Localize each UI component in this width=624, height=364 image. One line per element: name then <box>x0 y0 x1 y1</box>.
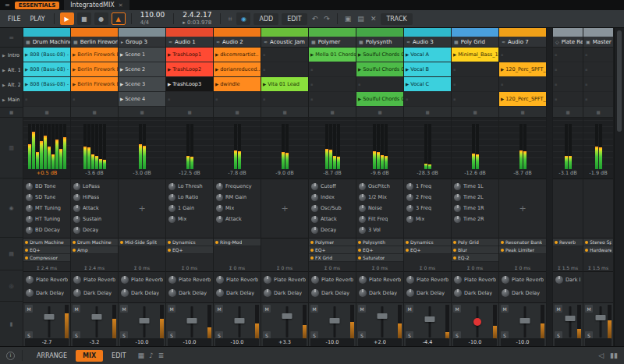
clip-play-icon[interactable]: ▶ <box>310 52 314 57</box>
clip-stop-button[interactable]: ■ <box>214 107 261 118</box>
device-blur[interactable]: Blur <box>452 246 498 254</box>
device-enable-toggle[interactable] <box>358 249 361 252</box>
empty-clip-slot[interactable]: ▪ <box>452 62 498 76</box>
track-color-bar[interactable] <box>309 28 356 37</box>
device-stereo-split[interactable]: Stereo Split <box>583 239 613 246</box>
device-enable-toggle[interactable] <box>310 241 314 244</box>
volume-readout[interactable] <box>555 338 581 346</box>
send-plate-reverb[interactable]: Plate Reverb <box>121 274 163 285</box>
track-color-bar[interactable] <box>23 28 70 37</box>
device-eq[interactable]: EQ+ <box>166 246 213 254</box>
device-enable-toggle[interactable] <box>453 249 456 252</box>
clip-stop-button[interactable]: ■ <box>166 107 213 118</box>
send-knob[interactable] <box>311 276 319 284</box>
fader-handle[interactable] <box>92 314 102 320</box>
volume-fader[interactable] <box>463 305 491 339</box>
send-dark-delay[interactable]: Dark Delay <box>406 288 448 299</box>
empty-clip-slot[interactable]: ▪ <box>452 92 498 106</box>
scene-play-icon[interactable]: ▶ <box>2 68 5 72</box>
device-drum-machine[interactable]: Drum Machine <box>71 239 118 246</box>
mute-button[interactable]: M <box>120 305 128 313</box>
clip-stop-button[interactable]: ■ <box>119 107 165 118</box>
scene-play-icon[interactable]: ▶ <box>2 83 5 87</box>
send-knob[interactable] <box>359 276 367 284</box>
knob-icon[interactable] <box>406 183 413 190</box>
knob-icon[interactable] <box>311 183 318 190</box>
device-enable-toggle[interactable] <box>25 241 28 244</box>
clip-soulful-chords-01-b[interactable]: ▶Soulful Chords 01 B <box>356 62 403 76</box>
knob-row-mix[interactable]: Mix <box>406 214 448 224</box>
clip-808-bass-08-h[interactable]: ▶808 (Bass-08) - H.. <box>23 48 70 62</box>
scene-play-icon[interactable]: ▶ <box>2 53 5 58</box>
clip-play-icon[interactable]: ▶ <box>120 52 123 57</box>
fader-handle[interactable] <box>235 318 245 323</box>
tab-mix[interactable]: MIX <box>76 350 103 362</box>
device-enable-toggle[interactable] <box>585 249 588 252</box>
mute-button[interactable]: M <box>358 305 366 313</box>
knob-row-osc-sub[interactable]: Osc/Sub <box>311 203 353 213</box>
volume-fader[interactable] <box>35 305 63 339</box>
knob-row-1-freq[interactable]: 1 Freq <box>406 182 448 191</box>
device-enable-toggle[interactable] <box>406 249 409 252</box>
clip-dwindle[interactable]: ▶dwindle <box>214 77 261 91</box>
device-dynamics[interactable]: Dynamics <box>404 239 451 246</box>
clip-play-icon[interactable]: ▶ <box>358 52 361 57</box>
track-name[interactable]: ▦Drum Machine <box>23 37 70 48</box>
fader-handle[interactable] <box>566 316 576 321</box>
cpu-meter-icon[interactable]: ▮▮ <box>610 352 618 359</box>
send-plate-reverb[interactable]: Plate Reverb <box>406 274 448 285</box>
clip-scene-2[interactable]: ▶Scene 2 <box>119 62 165 76</box>
track-color-bar[interactable] <box>499 28 546 37</box>
knob-icon[interactable] <box>26 216 33 223</box>
knob-row-attack[interactable]: Attack <box>73 203 115 213</box>
track-name[interactable]: ≈Audio 7 <box>499 37 546 48</box>
stop-all-clips-button[interactable]: ■ <box>0 108 23 118</box>
volume-fader[interactable] <box>178 305 206 339</box>
knob-row-ht-tuning[interactable]: HT Tuning <box>26 214 68 224</box>
knob-row-attack[interactable]: Attack <box>216 214 258 224</box>
device-enable-toggle[interactable] <box>358 256 361 260</box>
knob-row-oscpitch[interactable]: OscPitch <box>359 182 401 191</box>
send-plate-reverb[interactable]: Plate Reverb <box>502 274 544 285</box>
paste-icon[interactable]: ▤ <box>356 15 366 23</box>
empty-clip-slot[interactable]: ▪ <box>583 48 613 62</box>
clip-berlin-firework-b[interactable]: ▶Berlin Firework B.. <box>71 62 118 76</box>
knob-icon[interactable] <box>216 194 223 201</box>
app-menu-icon[interactable]: ≡ <box>5 2 10 9</box>
send-knob[interactable] <box>121 276 129 284</box>
knob-icon[interactable] <box>73 216 80 223</box>
volume-readout[interactable]: +2.0 <box>358 338 402 346</box>
knob-icon[interactable] <box>311 216 318 223</box>
device-drum-machine[interactable]: Drum Machine <box>23 239 70 246</box>
knob-icon[interactable] <box>26 194 33 201</box>
empty-clip-slot[interactable]: ▪ <box>309 62 356 76</box>
knob-icon[interactable] <box>73 227 80 234</box>
empty-clip-slot[interactable]: ▪ <box>553 48 583 62</box>
device-eq[interactable]: EQ+ <box>404 246 451 254</box>
knob-icon[interactable] <box>26 183 33 190</box>
send-dark-delay[interactable]: Dark Delay <box>216 288 258 299</box>
knob-row-lo-thresh[interactable]: Lo Thresh <box>168 182 211 191</box>
fader-handle[interactable] <box>596 315 606 320</box>
knob-icon[interactable] <box>216 216 223 223</box>
clip-trashloop1[interactable]: ▶TrashLoop1 <box>166 48 213 62</box>
send-knob[interactable] <box>73 276 81 284</box>
volume-fader[interactable] <box>511 305 539 339</box>
clip-stop-button[interactable]: ■ <box>23 107 70 118</box>
send-knob[interactable] <box>311 289 319 297</box>
fader-handle[interactable] <box>378 313 388 319</box>
clip-play-icon[interactable]: ▶ <box>406 67 409 72</box>
clip-play-icon[interactable]: ▶ <box>215 52 218 57</box>
note-editor-icon[interactable]: ♪ <box>149 352 154 359</box>
device-enable-toggle[interactable] <box>310 256 314 260</box>
send-knob[interactable] <box>454 289 462 297</box>
clip-play-icon[interactable]: ▶ <box>453 52 456 57</box>
clip-stop-button[interactable]: ■ <box>583 107 613 118</box>
device-fx-grid[interactable]: FX Grid <box>309 254 356 262</box>
clip-stop-button[interactable]: ■ <box>309 107 356 118</box>
volume-readout[interactable]: -10.0 <box>453 338 497 346</box>
device-compressor[interactable]: Compressor <box>23 254 70 262</box>
volume-fader[interactable] <box>416 305 444 339</box>
scene-menu-icon[interactable]: ≡ <box>0 28 23 48</box>
clip-stop-button[interactable]: ■ <box>499 107 546 118</box>
